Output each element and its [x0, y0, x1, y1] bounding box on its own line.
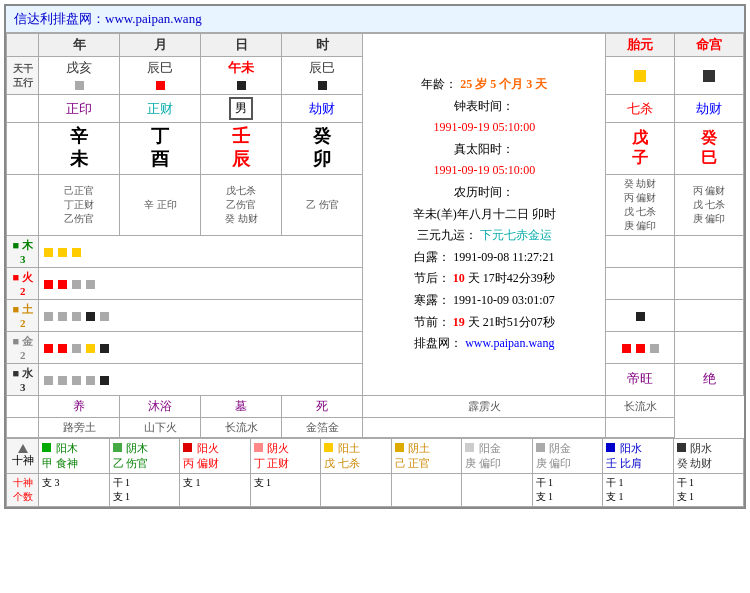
tg-cell-3: 阳火丙 偏财 [180, 438, 251, 473]
c10-zhi: 支 1 [677, 490, 741, 504]
year-tg-text: 戌亥 [41, 59, 117, 77]
water-sq-5 [100, 376, 109, 385]
c9-zhi: 支 1 [606, 490, 670, 504]
fire-sq-2 [58, 280, 67, 289]
minggong-wood [675, 235, 744, 267]
year-nayin: 路旁土 [39, 417, 120, 437]
shishen-row-label: 十神 [7, 438, 39, 473]
day-sub: 戊七杀乙伤官癸 劫财 [201, 174, 282, 235]
hour-header: 时 [282, 34, 363, 57]
year-tg-char: 戌亥 [39, 57, 120, 95]
taiyuan-sq [634, 70, 646, 82]
wood-label: ■ 木3 [7, 235, 39, 267]
hanlu-label: 寒露： [414, 293, 450, 307]
count-2: 干 1 支 1 [109, 473, 180, 506]
tg-sq-1 [42, 443, 51, 452]
day-state: 墓 [201, 395, 282, 417]
lunar-label: 农历时间： [454, 185, 514, 199]
state-label [7, 395, 39, 417]
month-tg-sq [156, 81, 165, 90]
taiyuan-header: 胎元 [606, 34, 675, 57]
month-dz: 丁酉 [120, 123, 201, 175]
count-7 [462, 473, 533, 506]
earth-sq-4 [100, 312, 109, 321]
c3-zhi: 支 1 [183, 476, 247, 490]
minggong-header: 命宫 [675, 34, 744, 57]
month-tg-char: 辰巳 [120, 57, 201, 95]
month-state: 沐浴 [120, 395, 201, 417]
count-1: 支 3 [39, 473, 110, 506]
year-tg-sq [75, 81, 84, 90]
clock-value-line: 1991-09-19 05:10:00 [371, 117, 597, 139]
tg-sq-5 [324, 443, 333, 452]
age-line: 年龄： 25 岁 5 个月 3 天 [371, 74, 597, 96]
month-nayin: 山下火 [120, 417, 201, 437]
tg-cell-6: 阴土己 正官 [391, 438, 462, 473]
paipan-url: www.paipan.wang [465, 336, 554, 350]
taiyuan-shishen: 七杀 [606, 95, 675, 123]
hour-state: 死 [282, 395, 363, 417]
bottom-table: 十神 阳木甲 食神 阴木乙 伤官 阳火丙 偏财 阴火丁 正财 阳土戊 七杀 [6, 438, 744, 507]
shishen-label-row: 十神 阳木甲 食神 阴木乙 伤官 阳火丙 偏财 阴火丁 正财 阳土戊 七杀 [7, 438, 744, 473]
minggong-dz: 癸巳 [675, 123, 744, 175]
c2-zhi: 支 1 [113, 490, 177, 504]
jiequan-suffix: 天 21时51分07秒 [468, 315, 555, 329]
taiyuan-dz: 戊子 [606, 123, 675, 175]
tg-cell-4: 阴火丁 正财 [250, 438, 321, 473]
taiyuan-earth [606, 299, 675, 331]
age-value: 25 岁 5 个月 3 天 [460, 77, 547, 91]
taiyuan-fire [606, 267, 675, 299]
hour-tg-sq [318, 81, 327, 90]
water-sq-1 [44, 376, 53, 385]
month-header: 月 [120, 34, 201, 57]
paipan-line: 排盘网： www.paipan.wang [371, 333, 597, 355]
year-sub: 己正官丁正财乙伤官 [39, 174, 120, 235]
hour-shishen: 劫财 [282, 95, 363, 123]
c8-gan: 干 1 [536, 476, 600, 490]
year-header: 年 [39, 34, 120, 57]
day-header: 日 [201, 34, 282, 57]
minggong-extra [606, 417, 675, 437]
tg-label: 天干五行 [7, 57, 39, 95]
count-10: 干 1 支 1 [673, 473, 744, 506]
water-squares [39, 363, 363, 395]
earth-sq-1 [44, 312, 53, 321]
day-tg-text: 午未 [203, 59, 279, 77]
earth-sq-2 [58, 312, 67, 321]
yunjiu-label: 三元九运： [417, 228, 477, 242]
tg-cell-7: 阳金庚 偏印 [462, 438, 533, 473]
jiequan-value: 19 [453, 315, 465, 329]
wood-sq-1 [44, 248, 53, 257]
hanlu-line: 寒露： 1991-10-09 03:01:07 [371, 290, 597, 312]
minggong-nayin: 长流水 [606, 395, 675, 417]
metal-sq-2 [58, 344, 67, 353]
tg-sq-4 [254, 443, 263, 452]
c4-zhi: 支 1 [254, 476, 318, 490]
minggong-sub: 丙 偏财戊 七杀庚 偏印 [675, 174, 744, 235]
dz-label [7, 123, 39, 175]
metal-sq-5 [100, 344, 109, 353]
minggong-water: 绝 [675, 363, 744, 395]
jiehou-label: 节后： [414, 271, 450, 285]
solar-value-line: 1991-09-19 05:10:00 [371, 160, 597, 182]
triangle-icon [18, 444, 28, 453]
day-shishen: 男 [201, 95, 282, 123]
tg-cell-2: 阴木乙 伤官 [109, 438, 180, 473]
jiehou-line: 节后： 10 天 17时42分39秒 [371, 268, 597, 290]
wood-sq-3 [72, 248, 81, 257]
bailu-label: 白露： [414, 250, 450, 264]
paipan-label: 排盘网： [414, 336, 462, 350]
solar-label: 真太阳时： [454, 142, 514, 156]
taiyuan-sq-cell [606, 57, 675, 95]
count-8: 干 1 支 1 [532, 473, 603, 506]
count-6 [391, 473, 462, 506]
earth-sq-black [86, 312, 95, 321]
taiyuan-earth-sq [636, 312, 645, 321]
metal-squares [39, 331, 363, 363]
nayin-label [7, 417, 39, 437]
earth-sq-3 [72, 312, 81, 321]
jiehou-value: 10 [453, 271, 465, 285]
count-9: 干 1 支 1 [603, 473, 674, 506]
tg-sq-3 [183, 443, 192, 452]
count-4: 支 1 [250, 473, 321, 506]
